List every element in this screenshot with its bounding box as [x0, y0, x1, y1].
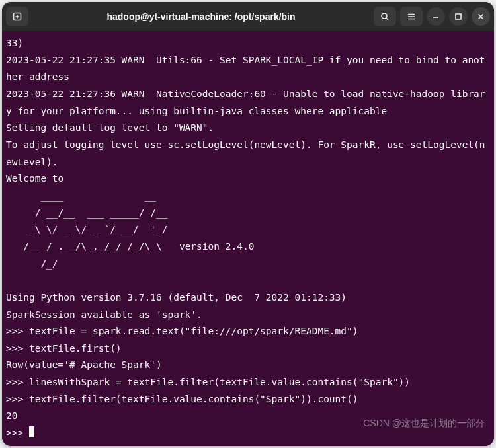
- menu-button[interactable]: [400, 7, 423, 26]
- hamburger-icon: [406, 11, 417, 22]
- terminal-output[interactable]: 33) 2023-05-22 21:27:35 WARN Utils:66 - …: [2, 31, 494, 446]
- minimize-button[interactable]: [427, 7, 445, 26]
- svg-point-3: [382, 13, 387, 19]
- watermark: CSDN @这也是计划的一部分: [363, 415, 485, 431]
- search-icon: [380, 11, 390, 22]
- svg-rect-9: [456, 14, 461, 19]
- terminal-window: hadoop@yt-virtual-machine: /opt/spark/bi…: [2, 2, 494, 446]
- svg-line-4: [386, 18, 388, 20]
- terminal-text: 33) 2023-05-22 21:27:35 WARN Utils:66 - …: [6, 38, 485, 438]
- minimize-icon: [431, 11, 441, 22]
- maximize-button[interactable]: [449, 7, 468, 26]
- close-button[interactable]: [472, 7, 490, 26]
- titlebar: hadoop@yt-virtual-machine: /opt/spark/bi…: [2, 2, 494, 31]
- search-button[interactable]: [374, 7, 396, 26]
- new-tab-icon: [12, 11, 22, 22]
- close-icon: [475, 11, 486, 22]
- maximize-icon: [453, 11, 464, 22]
- window-title: hadoop@yt-virtual-machine: /opt/spark/bi…: [32, 11, 370, 22]
- new-tab-button[interactable]: [6, 7, 28, 26]
- cursor: [29, 426, 34, 437]
